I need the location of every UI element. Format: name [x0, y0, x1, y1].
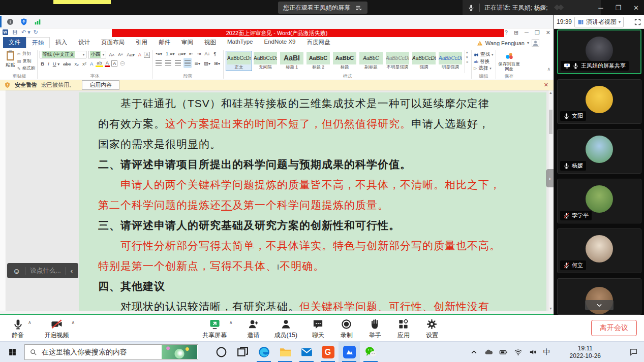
ribbon-tab[interactable]: EndNote X9: [259, 37, 301, 48]
taskbar-cortana[interactable]: [210, 342, 232, 362]
sidebar-collapse-handle[interactable]: ›: [546, 169, 554, 187]
shading-button[interactable]: ▨▾: [203, 60, 211, 66]
decrease-indent-button[interactable]: ⇤: [188, 51, 194, 56]
style-item[interactable]: AaBbC标题: [331, 51, 358, 71]
sort-button[interactable]: A↓: [203, 51, 211, 56]
wifi-icon[interactable]: [514, 348, 523, 356]
fullscreen-button[interactable]: [634, 18, 641, 26]
save-group-label[interactable]: 保存: [498, 73, 520, 80]
borders-button[interactable]: ⊞▾: [213, 60, 221, 66]
participant-tile[interactable]: [557, 278, 641, 315]
bold-button[interactable]: B: [40, 61, 45, 67]
toolbar-mic-button[interactable]: 静音∧: [10, 318, 32, 340]
tray-expand-icon[interactable]: [470, 348, 478, 356]
italic-button[interactable]: I: [47, 61, 50, 67]
expand-chevron-icon[interactable]: ∧: [229, 320, 233, 325]
taskbar-edge[interactable]: [253, 342, 274, 362]
undo-button[interactable]: ↶ ▾: [21, 29, 30, 36]
chat-quick-input[interactable]: ☺ 说点什么... ‹: [7, 263, 78, 278]
highlight-color-button[interactable]: ab: [96, 60, 103, 67]
shrink-font-button[interactable]: A˅: [117, 52, 124, 57]
shield-icon[interactable]: [20, 18, 28, 26]
participants-scroll-down-button[interactable]: [585, 300, 614, 310]
editing-group-label[interactable]: 编辑: [474, 73, 494, 80]
help-button[interactable]: ?: [505, 29, 508, 36]
toolbar-apps-button[interactable]: 应用: [396, 318, 411, 340]
circle-char-button[interactable]: ㊀: [119, 60, 126, 67]
ribbon-tab[interactable]: MathType: [222, 37, 259, 48]
format-painter-button[interactable]: ✎格式刷: [17, 65, 35, 72]
word-close-button[interactable]: ✕: [546, 29, 550, 36]
ribbon-tab[interactable]: 页面布局: [96, 37, 130, 48]
info-icon[interactable]: [6, 18, 14, 26]
participant-tile[interactable]: 杨媛: [557, 129, 641, 174]
expand-chevron-icon[interactable]: ∧: [72, 320, 75, 325]
cut-button[interactable]: ✂剪切: [17, 51, 35, 57]
expand-chevron-icon[interactable]: ∧: [28, 320, 32, 325]
ribbon-tab[interactable]: 视图: [199, 37, 222, 48]
taskbar-file-explorer[interactable]: [274, 342, 296, 362]
bullets-button[interactable]: •≡▾: [155, 51, 163, 56]
select-button[interactable]: ▷选择 ▾: [474, 65, 494, 72]
grow-font-button[interactable]: A˄: [108, 52, 115, 57]
word-restore-button[interactable]: ❐: [535, 29, 540, 36]
ribbon-tab[interactable]: 插入: [50, 37, 73, 48]
ribbon-tab[interactable]: 百度网盘: [301, 37, 336, 48]
copy-button[interactable]: ▤复制: [17, 58, 35, 64]
toolbar-camera-off-button[interactable]: 开启视频∧: [45, 318, 75, 340]
document-page[interactable]: 基于硅通孔（TSV）和硅基转接板的三维集成技术是一种可以延续摩尔定律的有效方案。…: [79, 92, 546, 311]
styles-group-label[interactable]: 样式: [226, 73, 469, 80]
leave-meeting-button[interactable]: 离开会议: [591, 320, 637, 336]
toolbar-hand-button[interactable]: 举手: [367, 318, 383, 340]
volume-icon[interactable]: [529, 348, 537, 356]
ribbon-tab[interactable]: 文件: [3, 37, 26, 48]
text-effects-button[interactable]: A: [89, 61, 94, 67]
style-item[interactable]: AaBbCcDx无间隔: [252, 51, 279, 71]
participant-tile[interactable]: 王凤娟的屏幕共享: [557, 29, 641, 74]
align-right-button[interactable]: [174, 58, 182, 68]
font-size-select[interactable]: 小四▾: [88, 51, 106, 58]
font-color-button[interactable]: A: [105, 60, 110, 67]
save-icon[interactable]: [12, 29, 18, 36]
taskbar-meeting-app[interactable]: [339, 342, 360, 362]
participant-tile[interactable]: 李学平: [557, 179, 641, 223]
banner-menu-icon[interactable]: [355, 4, 362, 12]
word-minimize-button[interactable]: ─: [525, 29, 529, 36]
toolbar-invite-button[interactable]: 邀请: [246, 318, 261, 340]
signal-bars-ic[interactable]: [34, 18, 42, 26]
toolbar-record-button[interactable]: 录制: [339, 318, 354, 340]
onedrive-cloud-icon[interactable]: [484, 348, 493, 356]
style-item[interactable]: AaBbCcDx正文: [226, 51, 252, 71]
emoji-icon[interactable]: ☺: [13, 267, 20, 275]
enclose-char-button[interactable]: A: [111, 60, 117, 67]
styles-gallery-scroll[interactable]: ▴▾≡: [465, 50, 469, 73]
taskbar-mail[interactable]: [296, 342, 317, 362]
subscript-button[interactable]: x₂: [74, 61, 80, 67]
ribbon-tab[interactable]: 审阅: [176, 37, 199, 48]
chat-collapse-icon[interactable]: ‹: [71, 267, 73, 275]
scroll-up-arrow[interactable]: ▲: [548, 91, 553, 94]
vertical-scrollbar[interactable]: ▲ ▼: [548, 90, 553, 311]
toolbar-chat-button[interactable]: 聊天: [311, 318, 326, 340]
ime-indicator[interactable]: 中: [543, 348, 550, 357]
style-item[interactable]: AaBI标题 1: [279, 51, 305, 71]
style-item[interactable]: AaBbCcDt不明显强调: [384, 51, 411, 71]
action-center-icon[interactable]: [629, 348, 638, 356]
paragraph-group-label[interactable]: 段落: [155, 73, 221, 80]
clipboard-group-label[interactable]: 剪贴板: [4, 73, 35, 80]
chat-placeholder[interactable]: 说点什么...: [30, 267, 60, 275]
toolbar-settings-button[interactable]: 设置: [424, 318, 440, 340]
save-to-baidu-button[interactable]: 保存到百度网盘: [498, 50, 520, 73]
strikethrough-button[interactable]: abc: [62, 61, 72, 67]
scrollbar-thumb[interactable]: [549, 110, 553, 134]
search-daily-image[interactable]: [162, 345, 197, 359]
toolbar-members-button[interactable]: 成员(15): [274, 318, 297, 340]
redo-button[interactable]: ↻: [34, 29, 38, 36]
style-item[interactable]: AaBbC副标题: [358, 51, 384, 71]
toolbar-share-screen-button[interactable]: 共享屏幕∧: [202, 318, 233, 340]
scroll-down-arrow[interactable]: ▼: [548, 307, 553, 310]
start-button[interactable]: [0, 342, 24, 362]
participant-tile[interactable]: 何立: [557, 228, 641, 273]
word-logo-icon[interactable]: [2, 29, 9, 36]
minimize-button[interactable]: ─: [598, 4, 603, 12]
